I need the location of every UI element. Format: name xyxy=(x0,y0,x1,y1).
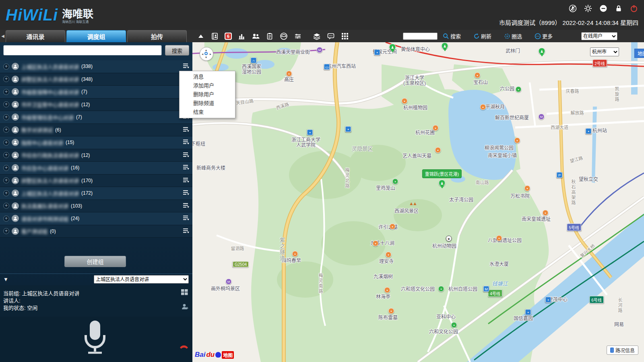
traffic-info-button[interactable]: ⋮ 路况信息 xyxy=(607,346,638,355)
group-menu-icon[interactable] xyxy=(183,177,189,184)
collapse-panel-icon[interactable] xyxy=(196,32,205,41)
browser-ie-icon[interactable] xyxy=(279,32,288,41)
map-marker-orange[interactable]: • xyxy=(402,98,408,104)
group-menu-icon[interactable] xyxy=(183,139,189,146)
collapse-panel-triangle-icon[interactable] xyxy=(3,276,8,282)
expand-plus-icon[interactable]: + xyxy=(3,127,9,133)
online-users-filter-select[interactable]: 在线用户 xyxy=(581,32,617,40)
create-group-button[interactable]: 创建组 xyxy=(64,256,126,267)
map-marker-pin[interactable]: ♟ xyxy=(389,44,396,51)
invite-user-icon[interactable] xyxy=(181,303,188,312)
map-marker-green[interactable]: • xyxy=(451,322,457,328)
map-marker-orange[interactable]: • xyxy=(373,241,379,247)
map-marker-green[interactable]: • xyxy=(438,286,444,292)
map-marker-blue[interactable]: ▭ xyxy=(324,64,330,70)
map-marker-pagoda[interactable]: ▲▲ xyxy=(409,200,416,206)
map-marker-blue[interactable]: • xyxy=(345,126,351,132)
settings-gear-icon[interactable] xyxy=(584,4,592,13)
group-row[interactable]: + 市环卫监管中心语音对讲 (12) xyxy=(0,99,192,111)
expand-plus-icon[interactable]: + xyxy=(3,203,9,209)
map-pan-control[interactable]: ▴▾◂▸ xyxy=(200,47,213,61)
map-marker-blue[interactable]: M xyxy=(483,286,489,292)
map-marker-blue[interactable]: • xyxy=(307,130,313,136)
ptt-microphone-icon[interactable] xyxy=(80,320,109,358)
map-marker-pin[interactable]: ♟ xyxy=(539,48,545,55)
filter-sliders-icon[interactable] xyxy=(293,32,302,41)
mic-muted-icon[interactable] xyxy=(568,4,577,13)
context-menu-item[interactable]: 添加用户 xyxy=(180,81,235,90)
map-marker-green[interactable]: • xyxy=(392,179,398,185)
group-row[interactable]: + 市级医保障中心语音对讲 (7) xyxy=(0,86,192,99)
apps-grid-icon[interactable] xyxy=(341,32,349,41)
hangup-phone-icon[interactable] xyxy=(180,343,188,351)
city-select[interactable]: 杭州市 xyxy=(590,47,619,56)
group-row[interactable]: + 拱墅区执法人员语音对讲 (348) xyxy=(0,73,192,86)
group-search-button[interactable]: 搜索 xyxy=(165,45,189,56)
lock-icon[interactable] xyxy=(614,4,623,13)
map-marker-panda[interactable]: ● xyxy=(446,236,452,242)
map-marker-pin[interactable]: ♟ xyxy=(439,180,446,187)
expand-plus-icon[interactable]: + xyxy=(3,64,9,70)
call-record-badge-icon[interactable]: 6 xyxy=(225,33,232,40)
chat-icon[interactable] xyxy=(326,32,335,41)
map-marker-purple[interactable]: M xyxy=(317,47,323,53)
group-row[interactable]: + 市综合行政执法语音对讲 (12) xyxy=(0,149,192,162)
clipboard-icon[interactable] xyxy=(265,32,274,41)
map-marker-pin[interactable]: ♟ xyxy=(442,43,448,49)
map-marker-orange[interactable]: • xyxy=(384,287,390,293)
map-marker-orange[interactable]: • xyxy=(386,252,392,258)
expand-plus-icon[interactable]: + xyxy=(3,177,9,183)
expand-plus-icon[interactable]: + xyxy=(3,165,9,171)
video-wall-icon[interactable] xyxy=(181,289,188,297)
more-button[interactable]: 更多 xyxy=(535,32,553,40)
map-canvas[interactable]: 西溪天堂商业街西溪国家 湿地公园高庄杭州汽车西站蚂蚁元空间黄龙体育中心武林门浙江… xyxy=(192,42,644,362)
group-menu-icon[interactable] xyxy=(183,126,189,134)
group-menu-icon[interactable] xyxy=(183,215,189,222)
map-marker-orange[interactable]: • xyxy=(524,185,530,191)
refresh-button[interactable]: 刷新 xyxy=(473,32,491,40)
context-menu-item[interactable]: 消息 xyxy=(180,72,235,81)
contacts-book-icon[interactable] xyxy=(211,32,219,41)
map-marker-blue[interactable]: • xyxy=(586,128,592,134)
map-marker-orange[interactable]: • xyxy=(286,71,292,77)
layers-icon[interactable] xyxy=(312,32,321,41)
expand-plus-icon[interactable]: + xyxy=(3,228,9,234)
group-row[interactable]: + 数字对讲测试 (6) xyxy=(0,124,192,137)
group-menu-icon[interactable] xyxy=(183,63,189,70)
map-marker-blue[interactable]: • xyxy=(545,297,551,303)
group-row[interactable]: + 执法直属队语音对讲 (103) xyxy=(0,200,192,213)
group-row[interactable]: + 语音对讲市网测试组 (24) xyxy=(0,212,192,225)
map-marker-purple[interactable]: M xyxy=(539,114,545,120)
collapse-sidebar-icon[interactable] xyxy=(0,34,6,38)
map-marker-green[interactable]: • xyxy=(516,86,522,93)
map-type-map-button[interactable]: 地图 xyxy=(634,49,644,58)
minimize-icon[interactable] xyxy=(599,4,608,13)
expand-plus-icon[interactable]: + xyxy=(3,216,9,222)
map-marker-orange[interactable]: • xyxy=(496,235,502,241)
map-search-input[interactable] xyxy=(403,33,438,40)
map-marker-orange[interactable]: • xyxy=(435,147,441,153)
map-marker-orange[interactable]: • xyxy=(543,210,549,216)
group-row[interactable]: + 市级管理信息中心对讲 (7) xyxy=(0,111,192,124)
context-menu-item[interactable]: 删除用户 xyxy=(180,90,235,99)
map-marker-purple[interactable]: M xyxy=(226,279,232,285)
group-row[interactable]: + 拱墅区执法人员语音对讲 (170) xyxy=(0,175,192,187)
map-marker-orange[interactable]: • xyxy=(292,251,298,257)
context-menu-item[interactable]: 结束 xyxy=(180,108,235,117)
group-row[interactable]: + 客户测试组 (0) xyxy=(0,225,192,238)
group-row[interactable]: + 市应急中心语音对讲 (16) xyxy=(0,162,192,175)
group-row[interactable]: + 上城区执法人员语音对讲 (338) xyxy=(0,60,192,73)
map-marker-orange[interactable]: • xyxy=(480,104,486,110)
expand-plus-icon[interactable]: + xyxy=(3,89,9,95)
group-row[interactable]: + 上城区执法人员语音对讲 (172) xyxy=(0,187,192,200)
group-search-input[interactable] xyxy=(3,45,162,56)
users-icon[interactable] xyxy=(251,32,260,41)
expand-plus-icon[interactable]: + xyxy=(3,152,9,158)
tab-dispatch-groups[interactable]: 调度组 xyxy=(66,30,126,42)
power-icon[interactable] xyxy=(630,4,638,13)
group-menu-icon[interactable] xyxy=(183,164,189,171)
map-marker-blue[interactable]: • xyxy=(374,49,380,56)
group-menu-icon[interactable] xyxy=(183,228,189,235)
expand-plus-icon[interactable]: + xyxy=(3,190,9,196)
context-menu-item[interactable]: 删除频道 xyxy=(180,99,235,108)
